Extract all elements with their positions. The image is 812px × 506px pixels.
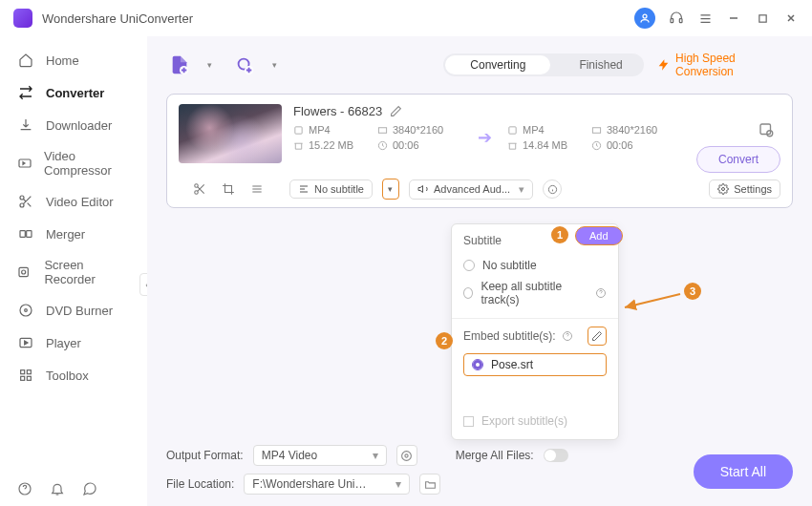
embed-label: Embed subtitle(s): <box>463 329 556 343</box>
sidebar-item-editor[interactable]: Video Editor <box>0 185 147 218</box>
user-avatar-icon[interactable] <box>634 8 655 29</box>
output-format-select[interactable]: MP4 Video▾ <box>253 445 387 466</box>
sidebar-item-label: Downloader <box>46 118 112 133</box>
grid-icon <box>17 367 34 384</box>
chevron-down-icon[interactable]: ▾ <box>207 60 212 70</box>
settings-button[interactable]: Settings <box>709 179 780 199</box>
src-size: 15.22 MB <box>293 139 370 151</box>
svg-rect-15 <box>27 370 31 374</box>
export-subtitle-option: Export subtitle(s) <box>463 414 607 428</box>
add-subtitle-button[interactable]: Add <box>575 226 623 245</box>
headset-icon[interactable] <box>669 11 684 26</box>
bell-icon[interactable] <box>50 481 65 496</box>
file-name: Flowers - 66823 <box>293 104 382 118</box>
sidebar-item-label: Video Editor <box>46 195 114 209</box>
sidebar-item-merger[interactable]: Merger <box>0 218 147 250</box>
sidebar-item-label: Merger <box>46 227 85 242</box>
sidebar-item-player[interactable]: Player <box>0 327 147 359</box>
trim-icon[interactable] <box>188 179 211 199</box>
scissors-icon <box>17 193 34 210</box>
svg-rect-2 <box>679 19 682 23</box>
maximize-icon[interactable] <box>755 11 770 26</box>
edit-subtitle-icon[interactable] <box>588 327 607 346</box>
annotation-arrow <box>623 294 678 317</box>
help-icon[interactable] <box>595 287 607 299</box>
tab-converting[interactable]: Converting <box>445 55 550 74</box>
sidebar-item-downloader[interactable]: Downloader <box>0 109 147 141</box>
tab-switcher: Converting Finished <box>443 53 643 76</box>
close-icon[interactable] <box>783 11 799 26</box>
convert-button[interactable]: Convert <box>696 146 780 173</box>
edit-name-icon[interactable] <box>390 105 402 117</box>
callout-2: 2 <box>436 332 453 349</box>
merge-icon <box>17 225 34 242</box>
sidebar-item-home[interactable]: Home <box>0 44 147 76</box>
merge-toggle[interactable] <box>544 449 568 462</box>
sidebar-item-toolbox[interactable]: Toolbox <box>0 359 147 391</box>
arrow-right-icon: ➔ <box>471 127 500 148</box>
format-settings-icon[interactable] <box>396 445 417 466</box>
start-all-button[interactable]: Start All <box>694 454 793 489</box>
content-area: ▾ ▾ Converting Finished High Speed Conve… <box>147 36 812 506</box>
dst-size: 14.84 MB <box>507 139 584 151</box>
effects-icon[interactable] <box>246 179 268 199</box>
sidebar-item-converter[interactable]: Converter <box>0 76 147 109</box>
chevron-down-icon[interactable]: ▾ <box>272 60 277 70</box>
dst-resolution: 3840*2160 <box>591 124 677 136</box>
subtitle-dropdown-panel: Subtitle No subtitle Keep all subtitle t… <box>451 223 619 440</box>
video-thumbnail[interactable] <box>179 104 282 163</box>
sidebar-item-label: Screen Recorder <box>44 258 130 286</box>
svg-point-5 <box>20 196 24 200</box>
high-speed-toggle[interactable]: High Speed Conversion <box>657 52 794 78</box>
file-location-label: File Location: <box>166 477 234 491</box>
radio-no-subtitle[interactable]: No subtitle <box>463 255 607 276</box>
minimize-icon[interactable] <box>726 11 741 26</box>
radio-keep-all[interactable]: Keep all subtitle track(s) <box>463 276 607 310</box>
sidebar: Home Converter Downloader Video Compress… <box>0 36 147 506</box>
hamburger-icon[interactable] <box>697 11 713 26</box>
svg-rect-1 <box>671 19 673 23</box>
subtitle-dropdown[interactable]: No subtitle <box>289 179 373 199</box>
info-icon[interactable] <box>543 179 562 199</box>
disc-icon <box>17 302 34 319</box>
help-icon[interactable] <box>562 330 573 342</box>
merge-label: Merge All Files: <box>456 449 534 462</box>
add-file-button[interactable] <box>166 53 192 77</box>
svg-point-0 <box>643 14 647 18</box>
app-title: Wondershare UniConverter <box>42 11 634 26</box>
file-location-select[interactable]: F:\Wondershare UniConverter▾ <box>244 474 410 495</box>
subtitle-file-item[interactable]: Pose.srt <box>463 353 607 376</box>
title-bar: Wondershare UniConverter <box>0 0 812 36</box>
top-toolbar: ▾ ▾ Converting Finished High Speed Conve… <box>166 46 793 84</box>
sidebar-item-label: Converter <box>46 86 104 100</box>
svg-rect-24 <box>509 126 516 133</box>
home-icon <box>17 52 34 69</box>
svg-rect-16 <box>21 376 25 380</box>
svg-rect-14 <box>21 370 25 374</box>
add-url-button[interactable] <box>231 53 257 77</box>
sidebar-item-dvd[interactable]: DVD Burner <box>0 294 147 327</box>
subtitle-caret-button[interactable]: ▾ <box>382 179 399 200</box>
sidebar-item-recorder[interactable]: Screen Recorder <box>0 250 147 294</box>
output-format-label: Output Format: <box>166 449 244 462</box>
dst-format: MP4 <box>507 124 584 136</box>
help-icon[interactable] <box>17 481 32 496</box>
app-logo <box>13 9 32 28</box>
crop-icon[interactable] <box>217 179 240 199</box>
svg-point-10 <box>22 270 26 274</box>
src-format: MP4 <box>293 124 370 136</box>
compress-icon <box>17 155 32 172</box>
sidebar-item-compressor[interactable]: Video Compressor <box>0 141 147 185</box>
file-settings-icon[interactable] <box>758 121 775 138</box>
callout-3: 3 <box>684 283 701 300</box>
feedback-icon[interactable] <box>82 481 97 496</box>
svg-rect-7 <box>20 231 25 238</box>
sidebar-item-label: Video Compressor <box>44 149 130 178</box>
sidebar-item-label: Player <box>46 336 81 350</box>
audio-dropdown[interactable]: Advanced Aud...▾ <box>409 179 533 200</box>
converter-icon <box>17 84 34 101</box>
open-folder-icon[interactable] <box>419 474 440 495</box>
svg-point-37 <box>402 451 412 460</box>
tab-finished[interactable]: Finished <box>552 53 643 76</box>
sidebar-item-label: Toolbox <box>46 369 89 383</box>
